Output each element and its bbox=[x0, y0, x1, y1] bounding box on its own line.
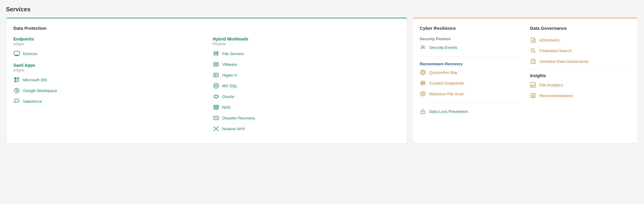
vmware-icon bbox=[213, 61, 219, 68]
svg-point-10 bbox=[217, 52, 218, 53]
service-item-recommendations[interactable]: Recommendations bbox=[530, 92, 631, 99]
service-item-google[interactable]: Google Workspace bbox=[13, 87, 201, 94]
dp-left-col: Endpoints inSync Devices bbox=[13, 37, 201, 136]
data-governance-header: Data Governance bbox=[530, 26, 631, 31]
security-events-label: Security Events bbox=[429, 45, 457, 50]
service-item-m365[interactable]: Microsoft 365 bbox=[13, 77, 201, 83]
saas-title: SaaS Apps bbox=[13, 63, 201, 68]
dlp-section: Data Loss Prevention bbox=[420, 108, 520, 115]
file-server-icon bbox=[213, 50, 219, 57]
dp-right-col: Hybrid Workloads Phoenix File Servers bbox=[213, 37, 400, 136]
disaster-icon bbox=[213, 115, 219, 121]
devices-label: Devices bbox=[23, 52, 37, 56]
svg-rect-16 bbox=[215, 74, 216, 76]
quarantine-icon bbox=[420, 69, 426, 76]
nutanix-label: Nutanix AHV bbox=[222, 127, 245, 131]
svg-rect-14 bbox=[216, 63, 218, 65]
service-item-malicious-scan[interactable]: Malicious File Scan bbox=[420, 91, 520, 97]
dlp-label: Data Loss Prevention bbox=[429, 109, 468, 114]
svg-line-48 bbox=[534, 52, 536, 53]
service-item-file-servers[interactable]: File Servers bbox=[213, 50, 400, 57]
security-events-icon bbox=[420, 44, 426, 51]
svg-rect-13 bbox=[215, 63, 216, 65]
ediscovery-icon bbox=[530, 37, 536, 43]
m365-label: Microsoft 365 bbox=[23, 78, 47, 82]
hyperv-label: Hyper-V bbox=[222, 73, 237, 77]
ransomware-label: Ransomware Recovery bbox=[420, 62, 520, 66]
service-item-dlp[interactable]: Data Loss Prevention bbox=[420, 108, 520, 115]
saas-subtitle: inSync bbox=[13, 68, 201, 72]
svg-rect-3 bbox=[14, 77, 16, 80]
database-icon bbox=[213, 82, 219, 89]
service-item-ediscovery[interactable]: eDiscovery bbox=[530, 37, 631, 43]
service-item-mssql[interactable]: MS SQL bbox=[213, 82, 400, 89]
nas-label: NAS bbox=[222, 105, 231, 110]
oracle-label: Oracle bbox=[222, 94, 234, 99]
federated-search-label: Federated Search bbox=[539, 49, 572, 53]
insights-title: Insights bbox=[530, 73, 631, 78]
malicious-scan-label: Malicious File Scan bbox=[429, 92, 464, 96]
federated-search-icon bbox=[530, 47, 536, 54]
cyber-data-panel: Cyber Resilience Security Posture Securi… bbox=[412, 18, 638, 144]
svg-rect-52 bbox=[531, 94, 536, 97]
svg-point-33 bbox=[218, 130, 218, 131]
svg-point-53 bbox=[533, 95, 534, 96]
svg-rect-17 bbox=[216, 74, 218, 75]
service-item-salesforce[interactable]: Salesforce bbox=[13, 98, 201, 105]
file-analytics-label: File Analytics bbox=[539, 83, 563, 87]
svg-rect-4 bbox=[17, 77, 19, 80]
sensitive-data-label: Sensitive Data Governance bbox=[539, 59, 588, 64]
file-servers-label: File Servers bbox=[222, 52, 244, 56]
grid-icon bbox=[13, 77, 20, 83]
saas-section: SaaS Apps inSync Microsoft 365 bbox=[13, 63, 201, 105]
svg-point-26 bbox=[217, 107, 218, 108]
service-item-nutanix[interactable]: Nutanix AHV bbox=[213, 125, 400, 132]
svg-point-47 bbox=[531, 49, 534, 52]
malicious-scan-icon bbox=[420, 91, 426, 97]
mssql-label: MS SQL bbox=[222, 84, 238, 88]
svg-rect-0 bbox=[14, 51, 19, 55]
svg-point-20 bbox=[214, 95, 218, 98]
service-item-oracle[interactable]: Oracle bbox=[213, 93, 400, 100]
svg-point-32 bbox=[213, 130, 214, 131]
nas-icon bbox=[213, 104, 219, 110]
insights-section: Insights File Analytics bbox=[530, 73, 631, 99]
page-title: Services bbox=[6, 6, 638, 13]
service-item-file-analytics[interactable]: File Analytics bbox=[530, 82, 631, 88]
service-item-security-events[interactable]: Security Events bbox=[420, 44, 520, 51]
ediscovery-label: eDiscovery bbox=[539, 38, 559, 42]
svg-rect-45 bbox=[422, 112, 423, 113]
quarantine-label: Quarantine Bay bbox=[429, 70, 457, 75]
service-item-vmware[interactable]: VMware bbox=[213, 61, 400, 68]
svg-point-31 bbox=[218, 127, 218, 127]
vmware-label: VMware bbox=[222, 62, 237, 67]
svg-rect-5 bbox=[14, 80, 16, 82]
file-analytics-icon bbox=[530, 82, 536, 88]
disaster-recovery-label: Disaster Recovery bbox=[222, 116, 255, 120]
security-posture-section: Security Posture Security Events bbox=[420, 37, 520, 51]
service-item-quarantine[interactable]: Quarantine Bay bbox=[420, 69, 520, 76]
monitor-icon bbox=[13, 50, 20, 57]
service-item-sensitive-data[interactable]: Sensitive Data Governance bbox=[530, 58, 631, 65]
service-item-federated-search[interactable]: Federated Search bbox=[530, 47, 631, 54]
service-item-hyperv[interactable]: Hyper-V bbox=[213, 72, 400, 78]
cyber-header: Cyber Resilience bbox=[420, 26, 520, 31]
service-item-devices[interactable]: Devices bbox=[13, 50, 201, 57]
svg-point-25 bbox=[217, 105, 218, 106]
service-item-disaster-recovery[interactable]: Disaster Recovery bbox=[213, 115, 400, 121]
endpoints-section: Endpoints inSync Devices bbox=[13, 37, 201, 57]
oracle-icon bbox=[213, 93, 219, 100]
cloud-icon bbox=[13, 98, 20, 105]
endpoints-subtitle: inSync bbox=[13, 42, 201, 46]
hybrid-subtitle: Phoenix bbox=[213, 42, 400, 46]
google-label: Google Workspace bbox=[23, 88, 57, 93]
service-item-nas[interactable]: NAS bbox=[213, 104, 400, 110]
hyper-v-icon bbox=[213, 72, 219, 78]
svg-rect-24 bbox=[214, 109, 218, 110]
nutanix-icon bbox=[213, 125, 219, 132]
security-posture-label: Security Posture bbox=[420, 37, 520, 41]
services-container: Data Protection Endpoints inSync bbox=[6, 18, 638, 144]
ransomware-section: Ransomware Recovery Quarantine Bay bbox=[420, 62, 520, 97]
service-item-curated-snapshots[interactable]: Curated Snapshots bbox=[420, 80, 520, 86]
cyber-resilience-col: Cyber Resilience Security Posture Securi… bbox=[420, 26, 520, 121]
